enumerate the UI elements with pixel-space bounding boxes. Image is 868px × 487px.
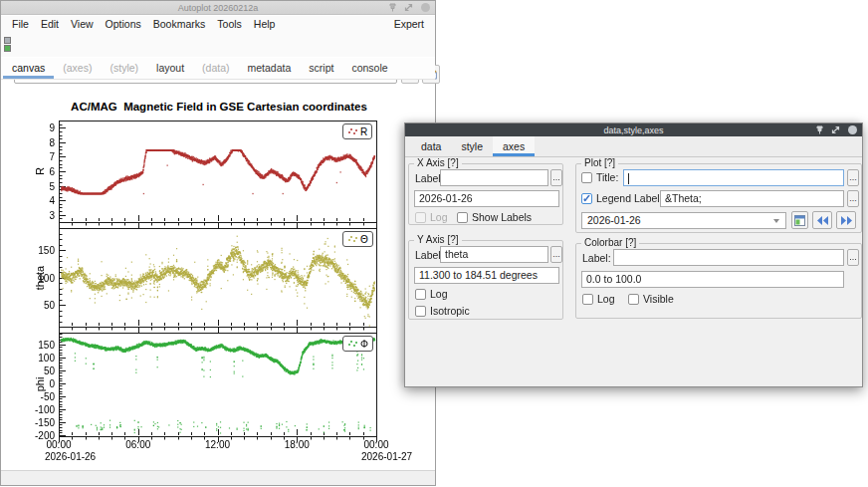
y-tick-label: -100 [5, 404, 55, 415]
x-tick-label: 00:00 [37, 439, 81, 450]
legend-label-checkbox[interactable] [581, 193, 592, 204]
xaxis-label-input[interactable] [440, 169, 548, 186]
xaxis-label-more-button[interactable]: ... [550, 169, 562, 186]
legend-box[interactable]: Φ [342, 336, 373, 352]
dialog-tab-style[interactable]: style [451, 136, 493, 156]
main-tabbar: canvas (axes) (style) layout (data) meta… [1, 58, 435, 80]
next-interval-button[interactable] [836, 211, 856, 229]
y-tick-label: 100 [5, 273, 55, 284]
menu-tools[interactable]: Tools [212, 18, 247, 30]
colorbar-visible-checkbox[interactable] [628, 294, 639, 305]
colorbar-log-checkbox[interactable] [582, 294, 593, 305]
yaxis-range-input[interactable]: 11.300 to 184.51 degrees [414, 267, 559, 284]
plot-title-input[interactable] [623, 169, 844, 186]
double-left-arrow-icon [817, 216, 828, 225]
xaxis-log-checkbox[interactable] [415, 212, 426, 223]
calendar-icon [794, 215, 805, 226]
plot-title-more-button[interactable]: ... [847, 169, 859, 186]
menu-bookmarks[interactable]: Bookmarks [148, 18, 211, 30]
window-titlebar[interactable]: Autoplot 20260212a [1, 1, 435, 15]
timerange-calendar-button[interactable] [791, 211, 808, 229]
yaxis-label-input[interactable]: theta [440, 246, 548, 263]
colorbar-range-input[interactable]: 0.0 to 100.0 [581, 271, 844, 288]
plot-title-checkbox[interactable] [581, 172, 592, 183]
properties-dialog: data,style,axes data style axes X Axis [… [404, 122, 863, 387]
tab-style[interactable]: (style) [101, 58, 147, 79]
tab-console[interactable]: console [342, 58, 396, 79]
yaxis-label-more-button[interactable]: ... [550, 246, 562, 263]
x-tick-label: 12:00 [196, 439, 240, 450]
x-axis-start-date: 2026-01-26 [45, 451, 96, 462]
detach-icon[interactable] [404, 3, 413, 12]
window-title: Autoplot 20260212a [178, 3, 259, 13]
legend-label: Φ [360, 339, 368, 350]
y-tick-label: 50 [5, 365, 55, 376]
xaxis-group-title: X Axis [?] [414, 157, 462, 168]
legend-box[interactable]: Θ [342, 231, 373, 247]
tab-script[interactable]: script [300, 58, 342, 79]
menu-edit[interactable]: Edit [36, 18, 64, 30]
colorbar-label-more-button[interactable]: ... [847, 249, 859, 266]
pin-icon[interactable] [388, 3, 397, 12]
y-tick-label: -50 [5, 391, 55, 402]
dialog-titlebar[interactable]: data,style,axes [405, 123, 862, 136]
tab-layout[interactable]: layout [147, 58, 193, 79]
expert-menu[interactable]: Expert [389, 18, 429, 30]
yaxis-log-checkbox[interactable] [415, 289, 426, 300]
y-axis-label: phi [34, 377, 46, 392]
legend-label-caption: Legend Label: [596, 192, 663, 204]
y-tick-label: 100 [5, 353, 55, 364]
x-tick-label: 06:00 [116, 439, 160, 450]
menu-view[interactable]: View [66, 18, 99, 30]
chevron-down-icon [773, 219, 779, 223]
legend-box[interactable]: R [342, 123, 372, 139]
yaxis-isotropic-checkbox[interactable] [415, 306, 426, 317]
double-right-arrow-icon [841, 216, 852, 225]
previous-interval-button[interactable] [812, 211, 832, 229]
plot-group-title: Plot [?] [581, 157, 618, 168]
y-tick-label: 8 [5, 137, 55, 148]
menu-help[interactable]: Help [249, 18, 281, 30]
xaxis-showlabels-checkbox[interactable] [457, 212, 468, 223]
status-bar [1, 470, 435, 485]
dialog-tab-data[interactable]: data [411, 136, 451, 156]
detach-icon[interactable] [831, 125, 840, 134]
dialog-tab-axes[interactable]: axes [493, 136, 535, 156]
x-axis-end-date: 2026-01-27 [361, 451, 412, 462]
menubar: File Edit View Options Bookmarks Tools H… [1, 16, 435, 31]
y-tick-label: 3 [5, 210, 55, 221]
y-tick-label: 6 [5, 166, 55, 177]
colorbar-visible-label: Visible [643, 293, 674, 305]
autoplot-window: Autoplot 20260212a File Edit View Option… [0, 0, 436, 486]
timerange-combo[interactable]: 2026-01-26 [581, 212, 786, 229]
plot-title-caption: Title: [596, 171, 618, 183]
y-tick-label: 9 [5, 122, 55, 133]
legend-label: R [360, 126, 367, 137]
yaxis-group: Y Axis [?] Label: theta ... 11.300 to 18… [408, 240, 563, 320]
xaxis-range-input[interactable]: 2026-01-26 [414, 190, 559, 207]
tab-axes[interactable]: (axes) [54, 58, 101, 79]
legend-label-more-button[interactable]: ... [847, 190, 859, 207]
y-tick-label: 50 [5, 300, 55, 311]
xaxis-showlabels-label: Show Labels [472, 211, 532, 223]
plot-canvas[interactable] [1, 81, 437, 471]
y-tick-label: 4 [5, 195, 55, 206]
tab-canvas[interactable]: canvas [3, 58, 54, 79]
yaxis-isotropic-label: Isotropic [430, 305, 470, 317]
scatter-marker-icon [347, 340, 357, 348]
colorbar-label-input[interactable] [613, 249, 844, 266]
window-menu-icon[interactable] [420, 2, 431, 13]
menu-options[interactable]: Options [101, 18, 146, 30]
dialog-menu-icon[interactable] [847, 124, 858, 135]
legend-label-input[interactable]: &Theta; [660, 190, 844, 207]
y-tick-label: 0 [5, 378, 55, 389]
timerange-value: 2026-01-26 [587, 214, 641, 226]
menu-file[interactable]: File [7, 18, 34, 30]
pin-icon[interactable] [815, 125, 824, 134]
tab-data[interactable]: (data) [193, 58, 238, 79]
colorbar-group: Colorbar [?] Label: ... 0.0 to 100.0 Log… [575, 243, 862, 319]
y-tick-label: -150 [5, 417, 55, 428]
colorbar-label-caption: Label: [582, 252, 611, 264]
x-tick-label: 18:00 [275, 439, 319, 450]
tab-metadata[interactable]: metadata [239, 58, 301, 79]
